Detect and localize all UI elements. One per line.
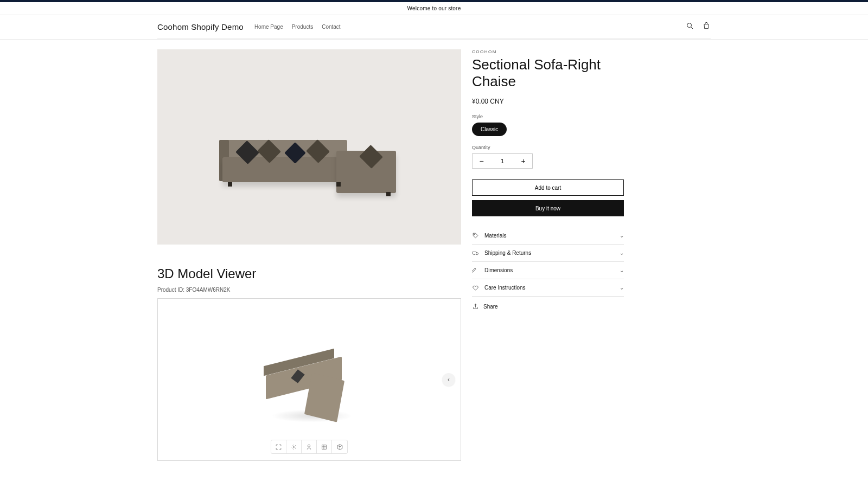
add-to-cart-button[interactable]: Add to cart	[472, 179, 624, 196]
product-id-line: Product ID: 3FO4AMW6RN2K	[157, 287, 461, 293]
svg-point-2	[293, 446, 294, 447]
viewer-fullscreen-button[interactable]	[271, 440, 286, 453]
quantity-label: Quantity	[472, 145, 635, 150]
product-title: Sectional Sofa-Right Chaise	[472, 56, 635, 90]
viewer-ar-button[interactable]	[332, 440, 347, 453]
viewer-rotate-button[interactable]	[286, 440, 302, 453]
search-icon[interactable]	[686, 22, 694, 32]
chevron-down-icon: ⌄	[620, 250, 624, 256]
svg-point-7	[474, 254, 474, 255]
product-vendor: COOHOM	[472, 49, 635, 54]
tag-icon	[472, 232, 479, 239]
quantity-increase-button[interactable]: +	[514, 154, 532, 168]
nav-home[interactable]: Home Page	[254, 24, 283, 30]
chevron-down-icon: ⌄	[620, 285, 624, 291]
svg-rect-4	[322, 445, 327, 449]
3d-model-viewer[interactable]: ‹	[157, 298, 461, 461]
cart-icon[interactable]	[702, 22, 711, 32]
svg-rect-9	[472, 268, 476, 273]
chevron-down-icon: ⌄	[620, 233, 624, 239]
share-icon	[472, 303, 479, 310]
svg-point-8	[477, 254, 477, 255]
accordion-care[interactable]: Care Instructions ⌄	[472, 279, 624, 297]
quantity-decrease-button[interactable]: −	[473, 154, 490, 168]
svg-point-5	[474, 234, 475, 235]
product-id-label: Product ID:	[157, 287, 184, 293]
nav-contact[interactable]: Contact	[322, 24, 340, 30]
accordion-care-label: Care Instructions	[484, 285, 526, 291]
svg-point-3	[308, 445, 310, 447]
product-id-value: 3FO4AMW6RN2K	[186, 287, 231, 293]
site-header: Coohom Shopify Demo Home Page Products C…	[157, 15, 711, 39]
chevron-left-icon: ‹	[448, 376, 450, 383]
product-price: ¥0.00 CNY	[472, 98, 635, 105]
accordion-dimensions[interactable]: Dimensions ⌄	[472, 262, 624, 279]
style-option-classic[interactable]: Classic	[472, 123, 507, 136]
quantity-stepper: − +	[472, 153, 533, 169]
nav-products[interactable]: Products	[292, 24, 313, 30]
viewer-toolbar	[271, 440, 348, 454]
product-main-image	[157, 49, 461, 245]
main-nav: Home Page Products Contact	[254, 24, 341, 30]
accordion-materials[interactable]: Materials ⌄	[472, 227, 624, 245]
quantity-input[interactable]	[490, 154, 514, 168]
svg-rect-6	[473, 252, 476, 254]
truck-icon	[472, 249, 479, 256]
3d-viewer-heading: 3D Model Viewer	[157, 266, 461, 281]
viewer-material-button[interactable]	[317, 440, 332, 453]
heart-icon	[472, 284, 479, 291]
viewer-collapse-button[interactable]: ‹	[442, 373, 455, 386]
style-option-label: Style	[472, 114, 635, 119]
store-logo[interactable]: Coohom Shopify Demo	[157, 22, 244, 31]
viewer-measure-button[interactable]	[302, 440, 317, 453]
share-label: Share	[483, 304, 498, 310]
buy-now-button[interactable]: Buy it now	[472, 200, 624, 216]
ruler-icon	[472, 267, 479, 274]
svg-line-1	[691, 27, 693, 29]
announcement-bar: Welcome to our store	[0, 2, 868, 15]
accordion-shipping[interactable]: Shipping & Returns ⌄	[472, 245, 624, 262]
accordion-shipping-label: Shipping & Returns	[484, 250, 531, 256]
product-accordion: Materials ⌄ Shipping & Returns ⌄ Dimensi…	[472, 227, 624, 297]
accordion-dimensions-label: Dimensions	[484, 267, 513, 273]
svg-point-0	[687, 23, 692, 28]
accordion-materials-label: Materials	[484, 233, 507, 239]
share-button[interactable]: Share	[472, 303, 635, 310]
chevron-down-icon: ⌄	[620, 267, 624, 273]
